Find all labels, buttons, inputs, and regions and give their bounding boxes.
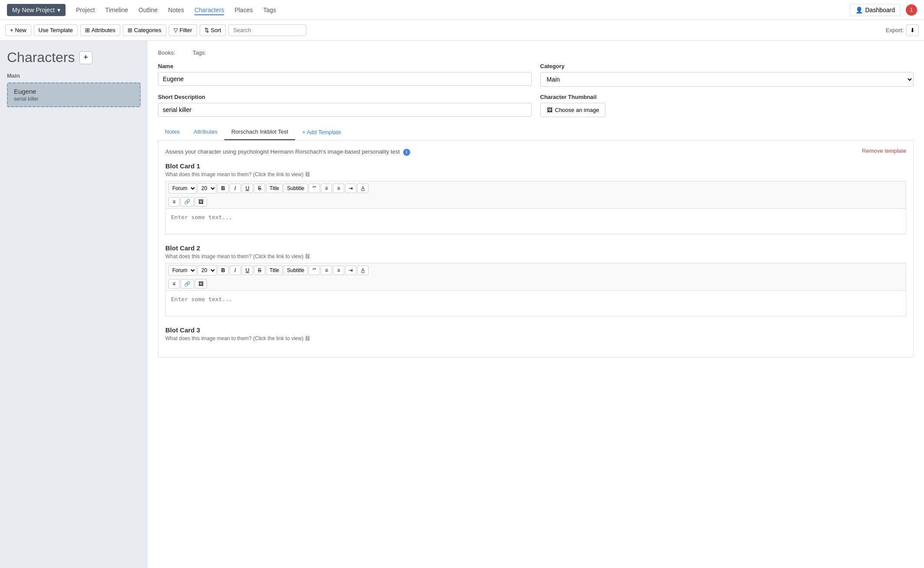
use-template-button[interactable]: Use Template xyxy=(34,24,78,36)
link-icon-3: ⛓ xyxy=(305,335,311,341)
nav-places[interactable]: Places xyxy=(234,5,253,15)
unordered-list-button-2[interactable]: ≡ xyxy=(333,266,344,275)
nav-notes[interactable]: Notes xyxy=(168,5,184,15)
notification-button[interactable]: 1 xyxy=(906,4,917,16)
section-label: Main xyxy=(7,72,141,79)
image-button-2[interactable]: 🖼 xyxy=(195,279,207,289)
sidebar: Characters + Main Eugene serial killer xyxy=(0,41,148,568)
category-label: Category xyxy=(540,63,914,69)
underline-button-2[interactable]: U xyxy=(242,266,253,275)
attributes-label: Attributes xyxy=(92,27,115,33)
categories-label: Categories xyxy=(134,27,161,33)
align-button-1[interactable]: ≡ xyxy=(168,197,180,207)
choose-image-button[interactable]: 🖼 Choose an image xyxy=(540,103,606,117)
dashboard-label: Dashboard xyxy=(865,7,895,13)
filter-label: Filter xyxy=(180,27,192,33)
categories-button[interactable]: ⊞ Categories xyxy=(123,24,166,36)
strikethrough-button-1[interactable]: S xyxy=(254,184,265,193)
name-group: Name xyxy=(158,63,532,87)
categories-icon: ⊞ xyxy=(128,27,132,33)
blot-card-1-title: Blot Card 1 xyxy=(165,162,906,170)
underline-button-1[interactable]: U xyxy=(242,184,253,193)
nav-characters[interactable]: Characters xyxy=(194,5,224,15)
bold-button-2[interactable]: B xyxy=(217,266,229,275)
subtitle-button-2[interactable]: Subtitle xyxy=(283,266,308,275)
category-select[interactable]: Main xyxy=(540,72,914,87)
dashboard-button[interactable]: 👤 Dashboard xyxy=(850,4,901,16)
sort-icon: ⇅ xyxy=(204,27,209,33)
align-button-2[interactable]: ≡ xyxy=(168,279,180,289)
bold-button-1[interactable]: B xyxy=(217,184,229,193)
remove-template-button[interactable]: Remove template xyxy=(862,148,906,154)
italic-button-2[interactable]: I xyxy=(230,266,241,275)
strikethrough-button-2[interactable]: S xyxy=(254,266,265,275)
text-color-button-2[interactable]: A xyxy=(357,266,368,275)
title-button-1[interactable]: Title xyxy=(266,184,283,193)
nav-project[interactable]: Project xyxy=(76,5,95,15)
tabs: Notes Attributes Rorschach Inkblot Test … xyxy=(158,124,914,141)
link-button-1[interactable]: 🔗 xyxy=(181,197,194,207)
template-area: Remove template Assess your character us… xyxy=(158,141,914,358)
text-area-2[interactable] xyxy=(165,290,906,316)
export-button[interactable]: ⬇ xyxy=(906,24,919,36)
project-dropdown[interactable]: My New Project ▾ xyxy=(7,4,66,16)
name-input[interactable] xyxy=(158,72,532,86)
add-character-button[interactable]: + xyxy=(79,51,92,64)
link-icon-2: ⛓ xyxy=(305,253,311,259)
unordered-list-button-1[interactable]: ≡ xyxy=(333,184,344,193)
download-icon: ⬇ xyxy=(910,27,915,33)
font-size-select-1[interactable]: 20 xyxy=(197,183,217,194)
filter-button[interactable]: ▽ Filter xyxy=(169,24,197,36)
main-layout: Characters + Main Eugene serial killer B… xyxy=(0,41,924,568)
nav-outline[interactable]: Outline xyxy=(138,5,158,15)
info-icon[interactable]: i xyxy=(403,149,410,156)
blockquote-button-2[interactable]: “” xyxy=(309,266,320,275)
sort-button[interactable]: ⇅ Sort xyxy=(200,24,226,36)
tab-notes[interactable]: Notes xyxy=(158,124,187,140)
sort-label: Sort xyxy=(211,27,221,33)
rt-toolbar-2: Forum 20 B I U S Title Subtitle “” ≡ ≡ ⇥… xyxy=(165,263,906,277)
blockquote-button-1[interactable]: “” xyxy=(309,184,320,193)
ordered-list-button-2[interactable]: ≡ xyxy=(321,266,332,275)
indent-button-2[interactable]: ⇥ xyxy=(345,266,356,275)
short-desc-input[interactable] xyxy=(158,103,532,117)
italic-button-1[interactable]: I xyxy=(230,184,241,193)
add-template-tab[interactable]: + Add Template xyxy=(295,125,348,140)
image-button-1[interactable]: 🖼 xyxy=(195,197,207,207)
nav-left: My New Project ▾ Project Timeline Outlin… xyxy=(7,4,276,16)
new-button[interactable]: + New xyxy=(5,24,31,36)
search-input[interactable] xyxy=(228,24,306,36)
plus-icon: + xyxy=(10,27,13,33)
use-template-label: Use Template xyxy=(39,27,73,33)
tab-attributes[interactable]: Attributes xyxy=(187,124,224,140)
tab-rorschach[interactable]: Rorschach Inkblot Test xyxy=(224,124,295,140)
text-color-button-1[interactable]: A xyxy=(357,184,368,193)
filter-icon: ▽ xyxy=(174,27,178,33)
short-desc-group: Short Description xyxy=(158,94,532,117)
ordered-list-button-1[interactable]: ≡ xyxy=(321,184,332,193)
text-area-1[interactable] xyxy=(165,208,906,234)
character-card[interactable]: Eugene serial killer xyxy=(7,82,141,107)
blot-card-2-desc: What does this image mean to them? (Clic… xyxy=(165,253,906,259)
project-name: My New Project xyxy=(12,7,55,13)
books-label: Books: xyxy=(158,49,175,56)
export-label: Export: xyxy=(886,27,904,33)
nav-timeline[interactable]: Timeline xyxy=(105,5,128,15)
attributes-button[interactable]: ⊞ Attributes xyxy=(80,24,120,36)
thumbnail-label: Character Thumbnail xyxy=(540,94,914,100)
form-meta: Books: Tags: xyxy=(158,49,914,56)
desc-thumbnail-row: Short Description Character Thumbnail 🖼 … xyxy=(158,94,914,117)
title-button-2[interactable]: Title xyxy=(266,266,283,275)
subtitle-button-1[interactable]: Subtitle xyxy=(283,184,308,193)
font-size-select-2[interactable]: 20 xyxy=(197,265,217,276)
nav-tags[interactable]: Tags xyxy=(263,5,276,15)
blot-card-3: Blot Card 3 What does this image mean to… xyxy=(165,326,906,341)
indent-button-1[interactable]: ⇥ xyxy=(345,184,356,193)
font-family-select-1[interactable]: Forum xyxy=(168,183,197,194)
blot-card-1: Blot Card 1 What does this image mean to… xyxy=(165,162,906,236)
link-icon: ⛓ xyxy=(305,171,311,177)
font-family-select-2[interactable]: Forum xyxy=(168,265,197,276)
tags-label: Tags: xyxy=(193,49,206,56)
character-name: Eugene xyxy=(14,88,134,95)
link-button-2[interactable]: 🔗 xyxy=(181,279,194,289)
